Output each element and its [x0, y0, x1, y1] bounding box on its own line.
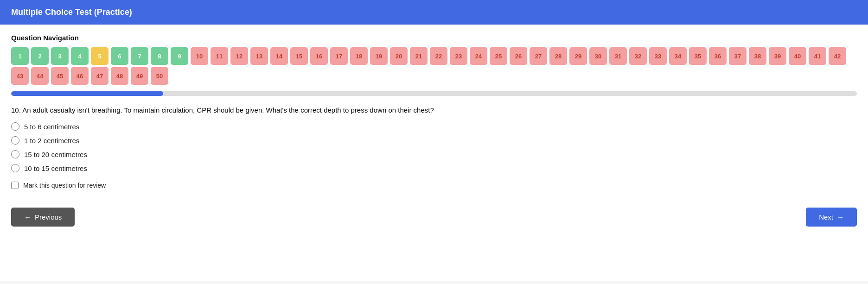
question-nav-btn-25[interactable]: 25: [490, 47, 507, 65]
option-radio-opt1[interactable]: [11, 122, 19, 131]
header-title: Multiple Choice Test (Practice): [11, 7, 132, 17]
progress-bar-container: [11, 91, 857, 96]
question-nav-btn-39[interactable]: 39: [769, 47, 786, 65]
next-label: Next: [819, 213, 833, 221]
question-nav-btn-18[interactable]: 18: [350, 47, 368, 65]
question-nav-btn-4[interactable]: 4: [71, 47, 89, 65]
question-nav-btn-7[interactable]: 7: [131, 47, 148, 65]
question-nav-btn-14[interactable]: 14: [270, 47, 288, 65]
option-item[interactable]: 5 to 6 centimetres: [11, 122, 857, 131]
question-nav-btn-1[interactable]: 1: [11, 47, 29, 65]
question-nav-btn-22[interactable]: 22: [430, 47, 447, 65]
question-nav-btn-32[interactable]: 32: [629, 47, 647, 65]
question-nav-btn-40[interactable]: 40: [789, 47, 806, 65]
question-nav-btn-23[interactable]: 23: [450, 47, 467, 65]
question-nav-btn-49[interactable]: 49: [131, 67, 148, 85]
question-nav-btn-26[interactable]: 26: [510, 47, 527, 65]
option-label[interactable]: 1 to 2 centimetres: [24, 137, 79, 145]
previous-button[interactable]: ← Previous: [11, 208, 75, 227]
option-radio-opt3[interactable]: [11, 150, 19, 158]
question-nav-btn-47[interactable]: 47: [91, 67, 108, 85]
question-nav-btn-9[interactable]: 9: [171, 47, 188, 65]
nav-buttons: ← Previous Next →: [11, 203, 857, 227]
question-nav-btn-42[interactable]: 42: [829, 47, 846, 65]
question-text: 10. An adult casualty isn't breathing. T…: [11, 106, 857, 114]
question-nav-btn-37[interactable]: 37: [729, 47, 747, 65]
nav-title: Question Navigation: [11, 34, 857, 42]
option-item[interactable]: 1 to 2 centimetres: [11, 136, 857, 145]
option-item[interactable]: 15 to 20 centimetres: [11, 150, 857, 158]
question-nav-btn-33[interactable]: 33: [649, 47, 667, 65]
question-nav-btn-20[interactable]: 20: [390, 47, 408, 65]
prev-label: Previous: [35, 213, 62, 221]
option-label[interactable]: 15 to 20 centimetres: [24, 151, 87, 158]
question-nav-btn-2[interactable]: 2: [31, 47, 49, 65]
question-nav-btn-43[interactable]: 43: [11, 67, 29, 85]
question-nav-btn-41[interactable]: 41: [809, 47, 826, 65]
question-nav-btn-13[interactable]: 13: [250, 47, 268, 65]
question-nav-btn-10[interactable]: 10: [191, 47, 208, 65]
question-nav-btn-38[interactable]: 38: [749, 47, 766, 65]
question-nav-btn-16[interactable]: 16: [310, 47, 328, 65]
mark-review-text: Mark this question for review: [23, 182, 106, 189]
question-nav-btn-8[interactable]: 8: [151, 47, 168, 65]
question-nav-btn-5[interactable]: 5: [91, 47, 108, 65]
question-nav-btn-19[interactable]: 19: [370, 47, 388, 65]
option-label[interactable]: 10 to 15 centimetres: [24, 164, 87, 172]
question-nav-btn-44[interactable]: 44: [31, 67, 49, 85]
question-nav-btn-17[interactable]: 17: [330, 47, 348, 65]
option-label[interactable]: 5 to 6 centimetres: [24, 123, 79, 131]
question-nav-btn-21[interactable]: 21: [410, 47, 428, 65]
next-button[interactable]: Next →: [806, 208, 857, 227]
option-radio-opt2[interactable]: [11, 136, 19, 145]
question-nav-btn-28[interactable]: 28: [549, 47, 567, 65]
question-nav-btn-46[interactable]: 46: [71, 67, 89, 85]
option-item[interactable]: 10 to 15 centimetres: [11, 164, 857, 172]
question-nav-btn-30[interactable]: 30: [589, 47, 607, 65]
question-nav-btn-27[interactable]: 27: [530, 47, 547, 65]
question-nav-btn-48[interactable]: 48: [111, 67, 128, 85]
option-radio-opt4[interactable]: [11, 164, 19, 172]
question-nav-btn-11[interactable]: 11: [211, 47, 228, 65]
question-nav-btn-15[interactable]: 15: [290, 47, 308, 65]
question-nav-btn-12[interactable]: 12: [230, 47, 248, 65]
question-nav-btn-36[interactable]: 36: [709, 47, 727, 65]
question-nav-btn-29[interactable]: 29: [569, 47, 587, 65]
question-nav-btn-35[interactable]: 35: [689, 47, 707, 65]
prev-arrow-icon: ←: [24, 213, 31, 221]
question-nav-btn-24[interactable]: 24: [470, 47, 487, 65]
page-header: Multiple Choice Test (Practice): [0, 0, 868, 25]
progress-bar-fill: [11, 91, 163, 96]
question-nav-btn-34[interactable]: 34: [669, 47, 687, 65]
main-content: Question Navigation 12345678910111213141…: [0, 25, 868, 281]
mark-review-checkbox[interactable]: [11, 182, 19, 189]
question-nav-btn-31[interactable]: 31: [609, 47, 627, 65]
mark-review-label[interactable]: Mark this question for review: [11, 182, 857, 189]
question-navigation: 1234567891011121314151617181920212223242…: [11, 47, 857, 85]
options-list: 5 to 6 centimetres1 to 2 centimetres15 t…: [11, 122, 857, 172]
next-arrow-icon: →: [837, 213, 844, 221]
question-nav-btn-3[interactable]: 3: [51, 47, 69, 65]
question-nav-btn-50[interactable]: 50: [151, 67, 168, 85]
question-nav-btn-6[interactable]: 6: [111, 47, 128, 65]
question-nav-btn-45[interactable]: 45: [51, 67, 69, 85]
